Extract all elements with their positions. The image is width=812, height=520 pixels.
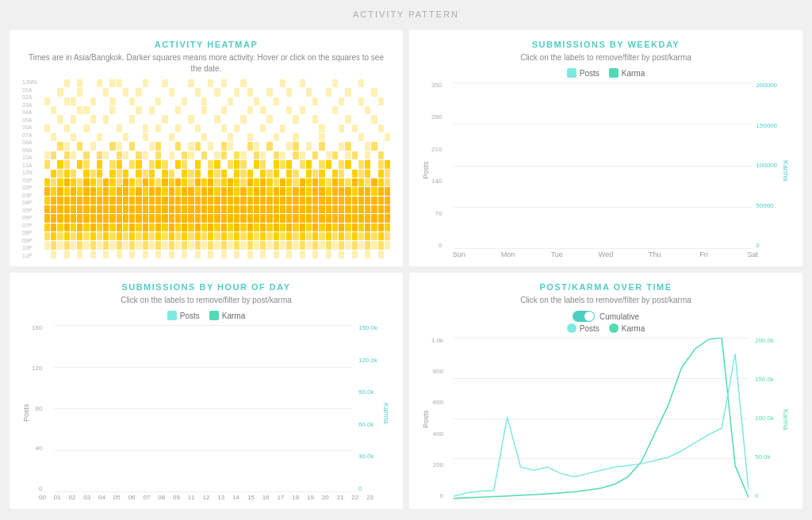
heatmap-cell[interactable] (358, 187, 364, 195)
heatmap-cell[interactable] (274, 115, 279, 123)
heatmap-cell[interactable] (64, 98, 70, 105)
heatmap-cell[interactable] (260, 187, 266, 195)
heatmap-cell[interactable] (129, 115, 135, 123)
heatmap-cell[interactable] (358, 79, 364, 87)
heatmap-cell[interactable] (260, 224, 266, 231)
heatmap-cell[interactable] (339, 160, 344, 168)
heatmap-cell[interactable] (371, 170, 377, 178)
heatmap-cell[interactable] (352, 106, 358, 114)
heatmap-cell[interactable] (371, 232, 377, 240)
heatmap-cell[interactable] (208, 79, 213, 87)
heatmap-cell[interactable] (123, 142, 128, 150)
heatmap-cell[interactable] (247, 106, 253, 114)
heatmap-cell[interactable] (182, 160, 187, 168)
heatmap-cell[interactable] (293, 232, 298, 240)
heatmap-cell[interactable] (71, 115, 76, 123)
heatmap-cell[interactable] (195, 142, 201, 150)
heatmap-cell[interactable] (332, 115, 338, 123)
heatmap-cell[interactable] (234, 88, 239, 96)
heatmap-cell[interactable] (266, 151, 272, 159)
heatmap-cell[interactable] (352, 232, 358, 240)
heatmap-cell[interactable] (358, 224, 364, 231)
heatmap-cell[interactable] (90, 160, 96, 168)
heatmap-cell[interactable] (51, 197, 56, 205)
heatmap-cell[interactable] (358, 106, 364, 114)
heatmap-cell[interactable] (123, 106, 128, 114)
heatmap-cell[interactable] (136, 224, 141, 231)
heatmap-cell[interactable] (378, 170, 384, 178)
heatmap-cell[interactable] (312, 142, 318, 150)
heatmap-cell[interactable] (228, 241, 233, 249)
heatmap-cell[interactable] (155, 133, 161, 141)
heatmap-cell[interactable] (293, 115, 298, 123)
heatmap-cell[interactable] (274, 187, 279, 195)
heatmap-cell[interactable] (254, 160, 259, 168)
heatmap-cell[interactable] (64, 106, 70, 114)
heatmap-cell[interactable] (208, 115, 213, 123)
heatmap-cell[interactable] (64, 224, 70, 231)
heatmap-cell[interactable] (306, 88, 312, 96)
heatmap-cell[interactable] (385, 115, 390, 123)
heatmap-cell[interactable] (312, 232, 318, 240)
heatmap-cell[interactable] (312, 178, 318, 186)
heatmap-cell[interactable] (332, 241, 338, 249)
heatmap-cell[interactable] (201, 197, 207, 205)
heatmap-cell[interactable] (123, 224, 128, 231)
heatmap-cell[interactable] (286, 214, 292, 222)
heatmap-cell[interactable] (300, 205, 305, 213)
heatmap-cell[interactable] (234, 197, 239, 205)
heatmap-cell[interactable] (332, 214, 338, 222)
heatmap-cell[interactable] (260, 98, 266, 105)
heatmap-cell[interactable] (149, 205, 155, 213)
heatmap-cell[interactable] (286, 106, 292, 114)
heatmap-cell[interactable] (71, 98, 76, 105)
heatmap-cell[interactable] (155, 151, 161, 159)
heatmap-cell[interactable] (286, 133, 292, 141)
heatmap-cell[interactable] (280, 224, 285, 231)
heatmap-cell[interactable] (293, 178, 298, 186)
heatmap-cell[interactable] (136, 178, 141, 186)
heatmap-cell[interactable] (312, 197, 318, 205)
heatmap-cell[interactable] (188, 205, 193, 213)
heatmap-cell[interactable] (221, 187, 227, 195)
heatmap-cell[interactable] (162, 187, 167, 195)
heatmap-cell[interactable] (352, 151, 358, 159)
heatmap-cell[interactable] (332, 160, 338, 168)
heatmap-cell[interactable] (175, 142, 181, 150)
heatmap-cell[interactable] (306, 106, 312, 114)
heatmap-cell[interactable] (208, 88, 213, 96)
heatmap-cell[interactable] (175, 133, 181, 141)
heatmap-cell[interactable] (312, 170, 318, 178)
heatmap-cell[interactable] (221, 232, 227, 240)
heatmap-cell[interactable] (77, 142, 82, 150)
heatmap-cell[interactable] (371, 250, 377, 258)
heatmap-cell[interactable] (214, 232, 220, 240)
heatmap-cell[interactable] (182, 241, 187, 249)
heatmap-cell[interactable] (109, 170, 115, 178)
heatmap-cell[interactable] (51, 115, 56, 123)
heatmap-cell[interactable] (345, 98, 350, 105)
heatmap-cell[interactable] (83, 214, 89, 222)
heatmap-cell[interactable] (51, 250, 56, 258)
heatmap-cell[interactable] (221, 214, 227, 222)
heatmap-cell[interactable] (293, 250, 298, 258)
heatmap-cell[interactable] (266, 197, 272, 205)
heatmap-cell[interactable] (90, 250, 96, 258)
heatmap-cell[interactable] (123, 170, 128, 178)
heatmap-cell[interactable] (97, 197, 102, 205)
heatmap-cell[interactable] (240, 232, 246, 240)
heatmap-cell[interactable] (214, 124, 220, 132)
heatmap-cell[interactable] (162, 142, 167, 150)
heatmap-cell[interactable] (332, 79, 338, 87)
heatmap-cell[interactable] (358, 214, 364, 222)
heatmap-cell[interactable] (385, 170, 390, 178)
heatmap-cell[interactable] (195, 98, 201, 105)
heatmap-cell[interactable] (339, 79, 344, 87)
heatmap-cell[interactable] (143, 106, 148, 114)
heatmap-cell[interactable] (345, 205, 350, 213)
heatmap-cell[interactable] (247, 224, 253, 231)
heatmap-cell[interactable] (188, 151, 193, 159)
heatmap-cell[interactable] (129, 124, 135, 132)
heatmap-cell[interactable] (208, 142, 213, 150)
heatmap-cell[interactable] (352, 224, 358, 231)
